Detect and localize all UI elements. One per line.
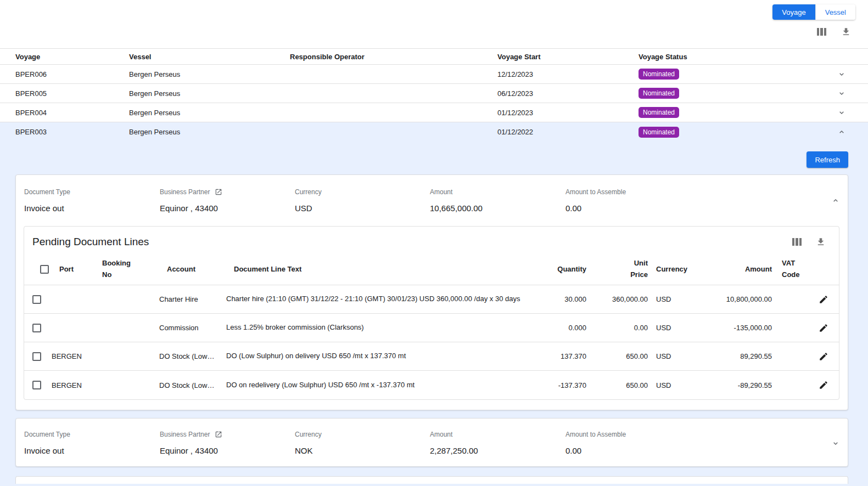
col-unit-price: Unit Price [626,258,648,280]
top-bar: Voyage Vessel [0,0,868,48]
select-all-checkbox[interactable] [40,265,49,274]
business-partner-value: Equinor , 43400 [160,204,295,213]
expand-document-icon[interactable] [831,439,848,448]
chevron-down-icon[interactable] [837,108,868,117]
status-badge: Nominated [639,88,679,99]
amount-cell: -89,290.55 [699,381,772,389]
voyage-vessel-toggle: Voyage Vessel [772,4,855,20]
vessel-toggle-button[interactable]: Vessel [815,4,855,20]
column-settings-icon[interactable] [817,28,827,36]
amount-value: 2,287,250.00 [430,446,565,455]
edit-icon[interactable] [808,292,839,307]
start-cell: 01/12/2022 [497,128,639,136]
amount-label: Amount [430,188,565,196]
voyage-toggle-button[interactable]: Voyage [772,4,815,20]
external-link-icon[interactable] [215,431,222,438]
quantity-cell: -137.370 [534,381,586,389]
currency-cell: USD [648,295,699,303]
voyage-cell: BPER006 [15,70,129,78]
currency-field: Currency NOK [295,431,430,455]
chevron-down-icon[interactable] [837,89,868,98]
currency-cell: USD [648,324,699,332]
edit-icon[interactable] [808,321,839,335]
amount-label: Amount [430,431,565,438]
line-text-cell: DO (Low Sulphur) on delivery USD 650 /mt… [226,351,534,361]
vessel-cell: Bergen Perseus [129,109,290,117]
voyage-cell: BPER004 [15,109,129,117]
table-row[interactable]: BPER005 Bergen Perseus 06/12/2023 Nomina… [0,84,868,103]
amount-cell: 10,800,000.00 [699,295,772,303]
table-row[interactable]: BPER004 Bergen Perseus 01/12/2023 Nomina… [0,103,868,122]
account-cell: Charter Hire [159,295,226,303]
business-partner-field: Business Partner Equinor , 43400 [160,188,295,213]
document-type-field: Document Type Invoice out [24,188,160,213]
col-document-line-text: Document Line Text [234,265,534,273]
document-line-row: Commission Less 1.25% broker commission … [24,314,839,342]
next-document-card-edge [15,476,848,484]
pending-document-lines-card: Pending Document Lines Port Booking No A… [24,226,839,400]
status-badge: Nominated [639,69,679,80]
row-checkbox[interactable] [32,381,41,389]
unit-price-cell: 360,000.00 [586,295,648,303]
currency-value: USD [295,204,430,213]
unit-price-cell: 0.00 [586,324,648,332]
column-settings-icon[interactable] [792,238,802,246]
edit-icon[interactable] [808,349,839,364]
vessel-cell: Bergen Perseus [129,89,290,98]
voyage-detail-panel: Refresh Document Type Invoice out Busine… [0,142,868,486]
row-checkbox[interactable] [32,295,41,304]
document-card: Document Type Invoice out Business Partn… [15,174,848,410]
col-account: Account [167,265,234,273]
col-voyage: Voyage [15,53,129,61]
voyage-cell: BPER003 [15,128,129,136]
chevron-down-icon[interactable] [837,70,868,78]
document-line-row: BERGEN DO Stock (Low… DO (Low Sulphur) o… [24,342,839,371]
port-cell: BERGEN [52,381,94,389]
amount-to-assemble-label: Amount to Assemble [565,188,824,196]
refresh-button[interactable]: Refresh [807,151,848,168]
document-type-value: Invoice out [24,204,160,213]
document-line-row: BERGEN DO Stock (Low… DO on redelivery (… [24,371,839,399]
currency-cell: USD [648,352,699,360]
document-type-label: Document Type [24,431,160,438]
start-cell: 01/12/2023 [497,109,639,117]
business-partner-value: Equinor , 43400 [160,446,295,455]
currency-cell: USD [648,381,699,389]
col-currency: Currency [648,265,699,273]
download-icon[interactable] [841,27,851,37]
start-cell: 12/12/2023 [497,70,639,78]
status-badge: Nominated [639,127,679,138]
document-card: Document Type Invoice out Business Partn… [15,418,848,467]
col-quantity: Quantity [534,265,586,273]
voyage-table-actions [817,27,852,37]
amount-cell: -135,000.00 [699,324,772,332]
line-text-cell: DO on redelivery (Low Sulphur) USD 650 /… [226,380,534,390]
document-type-value: Invoice out [24,446,160,455]
account-cell: DO Stock (Low… [159,381,226,389]
document-type-label: Document Type [24,188,160,196]
chevron-up-icon[interactable] [837,128,868,137]
quantity-cell: 137.370 [534,352,586,360]
col-responsible-operator: Responsible Operator [290,53,497,61]
amount-to-assemble-field: Amount to Assemble 0.00 [565,431,824,455]
currency-value: NOK [295,446,430,455]
col-vat-code: VAT Code [782,258,806,280]
row-checkbox[interactable] [32,352,41,361]
download-icon[interactable] [816,237,826,247]
voyage-table-header: Voyage Vessel Responsible Operator Voyag… [0,48,868,65]
table-row-expanded[interactable]: BPER003 Bergen Perseus 01/12/2022 Nomina… [0,122,868,142]
business-partner-label: Business Partner [160,188,210,196]
col-port: Port [59,265,102,273]
pending-lines-title: Pending Document Lines [32,236,149,248]
collapse-document-icon[interactable] [831,196,848,205]
quantity-cell: 0.000 [534,324,586,332]
table-row[interactable]: BPER006 Bergen Perseus 12/12/2023 Nomina… [0,65,868,84]
row-checkbox[interactable] [32,324,41,332]
amount-to-assemble-value: 0.00 [565,446,824,455]
external-link-icon[interactable] [215,188,222,196]
amount-field: Amount 10,665,000.00 [430,188,565,213]
edit-icon[interactable] [808,378,839,392]
amount-to-assemble-label: Amount to Assemble [565,431,824,438]
col-booking-no: Booking No [102,258,134,280]
account-cell: DO Stock (Low… [159,352,226,360]
